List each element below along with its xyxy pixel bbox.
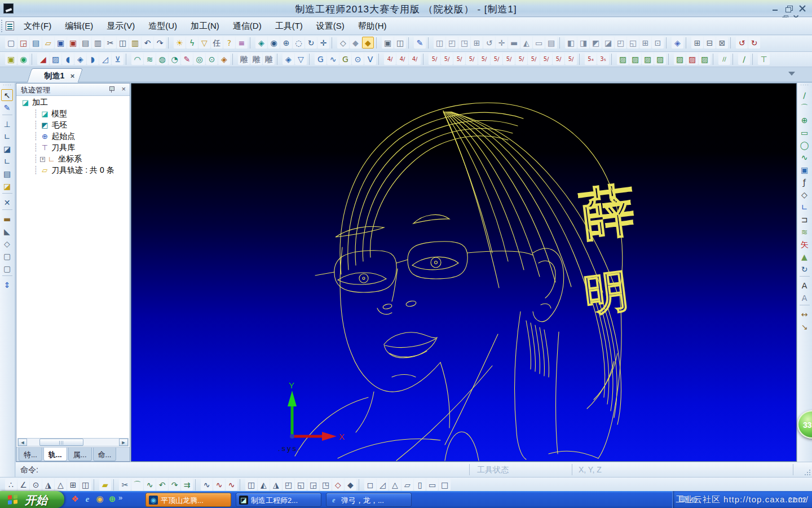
drawing-canvas[interactable]: 薛 明 Y X .sys. — [131, 83, 797, 462]
start-button[interactable]: 开始 — [0, 491, 64, 508]
arc-tool-button[interactable]: ⌒ — [798, 102, 810, 113]
command-prompt[interactable]: 命令: — [20, 465, 38, 475]
profile-cut-button[interactable]: ◿ — [99, 53, 111, 65]
g-code-modify-button[interactable]: G — [339, 53, 351, 65]
curve-chamfer-button[interactable]: ∿ — [144, 479, 156, 491]
undo-button[interactable]: ↶ — [142, 37, 153, 49]
quicklaunch-media-icon[interactable]: ◉ — [94, 493, 106, 505]
page-copy-button[interactable]: ▢ — [1, 250, 13, 262]
updown-pen-button[interactable]: ⇕ — [1, 279, 13, 291]
surface-group-semi-button[interactable]: ▨ — [629, 53, 641, 65]
engrave-fl-button[interactable]: 雕 — [238, 53, 250, 65]
surface-delete-button[interactable]: ◇ — [332, 479, 344, 491]
plane-yellow-button[interactable]: ◪ — [1, 180, 13, 192]
task-list-button[interactable]: 任 — [211, 37, 223, 49]
new-window-button[interactable]: ▣ — [382, 37, 394, 49]
line-tool-button[interactable]: ∕ — [798, 89, 810, 101]
tree-expander-icon[interactable]: + — [40, 157, 45, 162]
query-coordinate-button[interactable]: ∴ — [5, 479, 17, 491]
print-preview-button[interactable]: ▥ — [92, 37, 104, 49]
five-axis-param-button[interactable]: 5∕ — [503, 53, 515, 65]
surface-group-finish-button[interactable]: ▨ — [642, 53, 654, 65]
pan-view-button[interactable]: ◈ — [255, 37, 267, 49]
feature-mirror-button[interactable]: ◳ — [458, 37, 470, 49]
select-cursor-button[interactable]: ↖ — [1, 89, 13, 101]
polygon-tool-button[interactable]: ◇ — [798, 189, 810, 200]
query-area-button[interactable]: ◮ — [42, 479, 54, 491]
engrave-vl-button[interactable]: 雕 — [250, 53, 262, 65]
tab-manufacture-1[interactable]: 制造1× — [27, 68, 83, 82]
three-to-five-button[interactable]: 3₅ — [597, 53, 609, 65]
panel-tab-commands[interactable]: 命... — [93, 448, 117, 461]
five-axis-flow-button[interactable]: 5∕ — [491, 53, 502, 65]
five-axis-limit-button[interactable]: 5∕ — [441, 53, 453, 65]
curve-trim-button[interactable]: ✂ — [119, 479, 131, 491]
spiral-finish-button[interactable]: ◎ — [193, 53, 205, 65]
cut-button[interactable]: ✂ — [104, 37, 116, 49]
surface-check-gouge-button[interactable]: ▨ — [674, 53, 686, 65]
panel-tab-attributes[interactable]: 属... — [68, 448, 92, 461]
param-line-finish-button[interactable]: ◠ — [131, 53, 143, 65]
quicklaunch-caxa-icon[interactable]: ❖ — [69, 493, 81, 505]
isoline-rough-button[interactable]: ◗ — [87, 53, 99, 65]
four-axis-plane-button[interactable]: 4∕ — [396, 53, 408, 65]
groove-cut-button[interactable]: ◖ — [62, 53, 74, 65]
flowline-finish-button[interactable]: ≋ — [144, 53, 156, 65]
five-axis-side-button[interactable]: 5∕ — [466, 53, 478, 65]
tree-tool-library[interactable]: ┊ ⊤刀具库 — [16, 142, 130, 153]
engrave-ste-button[interactable]: 雕 — [263, 53, 275, 65]
query-element-button[interactable]: ⊙ — [30, 479, 42, 491]
menubar-grip[interactable] — [1, 20, 3, 32]
toolbar-drag-handle[interactable]: ···· — [797, 83, 812, 89]
curve-fillet-button[interactable]: ⌒ — [131, 479, 143, 491]
node-delete-button[interactable]: ∿ — [226, 479, 237, 491]
plane-normal-button[interactable]: ▯ — [414, 479, 426, 491]
five-axis-iso-button[interactable]: 5∕ — [565, 53, 577, 65]
task-caxa-me[interactable]: ◪制造工程师2... — [236, 493, 321, 507]
five-axis-guide-button[interactable]: 5∕ — [515, 53, 527, 65]
quicklaunch-update-icon[interactable]: ⊕ — [106, 493, 118, 505]
menu-h[interactable]: 帮助(H) — [351, 17, 394, 35]
erase-button[interactable]: ▰ — [99, 479, 111, 491]
plane-rough-button[interactable]: ◢ — [37, 53, 49, 65]
resize-grip[interactable] — [804, 468, 810, 475]
scroll-left-icon[interactable]: ◄ — [18, 439, 27, 446]
five-axis-curve-button[interactable]: 5∕ — [478, 53, 490, 65]
redo-button[interactable]: ↷ — [154, 37, 166, 49]
plane-tangent-button[interactable]: ▭ — [426, 479, 438, 491]
feature-trim-button[interactable]: ▬ — [508, 37, 520, 49]
surface-group-rest-button[interactable]: ▨ — [654, 53, 666, 65]
layered-rough-button[interactable]: ◈ — [74, 53, 86, 65]
task-pingdingshan[interactable]: ◉平顶山龙腾... — [145, 493, 231, 507]
curve-join-button[interactable]: ↷ — [169, 479, 180, 491]
chamfer-solid-button[interactable]: ◱ — [627, 37, 639, 49]
zoom-all-button[interactable]: ◉ — [268, 37, 280, 49]
scrollbar-thumb[interactable] — [39, 439, 83, 446]
surface-check-rest-button[interactable]: ▨ — [699, 53, 710, 65]
query-switch-button[interactable]: ◫ — [80, 479, 91, 491]
solid-simulate-button[interactable]: ◉ — [17, 53, 29, 65]
surface-round-button[interactable]: ◭ — [258, 479, 270, 491]
coord-point-button[interactable]: ⊥ — [1, 118, 13, 130]
sweep-solid-button[interactable]: ◩ — [590, 37, 602, 49]
panel-tab-trajectory[interactable]: 轨... — [43, 448, 67, 461]
menu-d[interactable]: 通信(D) — [226, 17, 268, 35]
rotate-surface-button[interactable]: ↻ — [798, 263, 810, 275]
paste-feature-button[interactable]: ◰ — [446, 37, 458, 49]
trajectory-manage-button[interactable]: ▣ — [5, 53, 17, 65]
feature-stretch-button[interactable]: ◭ — [520, 37, 532, 49]
cascade-window-button[interactable]: ◫ — [394, 37, 406, 49]
ellipse-tool-button[interactable]: ◯ — [798, 139, 810, 151]
plane-create-button[interactable]: ◻ — [364, 479, 376, 491]
panel-tab-properties[interactable]: 特... — [19, 448, 42, 461]
menu-t[interactable]: 工具(T) — [268, 17, 310, 35]
layer-control-button[interactable]: ≡ — [236, 37, 248, 49]
menu-v[interactable]: 显示(V) — [100, 17, 142, 35]
wireframe-display-button[interactable]: ◇ — [337, 37, 349, 49]
tab-list-dropdown-icon[interactable] — [788, 72, 795, 76]
five-axis-groove-button[interactable]: 5∕ — [453, 53, 465, 65]
shaded-display-button[interactable]: ◆ — [362, 37, 374, 49]
vector-tool-button[interactable]: 矢 — [798, 238, 810, 250]
region-rough-button[interactable]: ▨ — [50, 53, 61, 65]
zoom-in-button[interactable]: ⊕ — [280, 37, 292, 49]
